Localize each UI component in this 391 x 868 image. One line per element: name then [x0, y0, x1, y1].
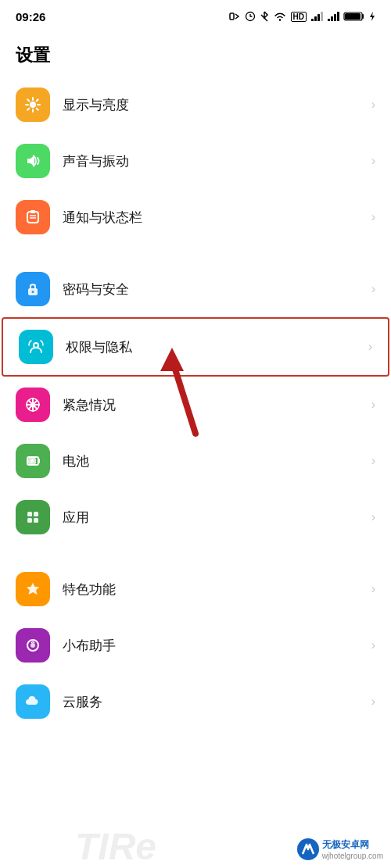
apps-icon — [16, 500, 50, 534]
svg-rect-6 — [328, 19, 330, 21]
svg-rect-5 — [321, 12, 323, 21]
svg-rect-3 — [314, 16, 317, 21]
settings-item-password[interactable]: 密码与安全 › — [0, 261, 391, 317]
tire-watermark: TIRe — [75, 825, 156, 868]
settings-item-emergency[interactable]: 紧急情况 › — [0, 377, 391, 433]
signal-icon-2 — [327, 11, 339, 22]
svg-marker-35 — [27, 583, 39, 595]
sound-label: 声音与振动 — [63, 152, 371, 170]
svg-rect-32 — [34, 512, 38, 516]
svg-line-20 — [27, 109, 29, 110]
page-title: 设置 — [0, 31, 391, 77]
group-gap-2 — [0, 545, 391, 561]
sound-icon — [16, 144, 50, 178]
battery-settings-icon — [16, 444, 50, 478]
watermark-url: wjhotelgroup.com — [322, 852, 383, 860]
svg-rect-0 — [230, 13, 234, 20]
settings-list: 显示与亮度 › 声音与振动 › 通知与状态栏 › 密码与安全 › — [0, 77, 391, 730]
clock-icon — [245, 11, 256, 22]
special-label: 特色功能 — [63, 580, 371, 598]
status-icons: HD — [228, 10, 375, 23]
settings-item-apps[interactable]: 应用 › — [0, 489, 391, 545]
emergency-chevron: › — [371, 398, 375, 412]
svg-rect-22 — [30, 210, 35, 213]
svg-line-17 — [27, 99, 29, 101]
battery-label: 电池 — [63, 452, 371, 470]
emergency-icon — [16, 388, 50, 422]
hd-badge: HD — [291, 12, 307, 22]
display-icon — [16, 88, 50, 122]
wifi-icon — [273, 11, 287, 22]
privacy-chevron: › — [368, 340, 372, 354]
display-label: 显示与亮度 — [63, 96, 371, 114]
svg-rect-11 — [345, 13, 361, 20]
notification-label: 通知与状态栏 — [63, 209, 371, 227]
apps-chevron: › — [371, 510, 375, 524]
notification-chevron: › — [371, 210, 375, 224]
assistant-chevron: › — [371, 638, 375, 652]
settings-item-notification[interactable]: 通知与状态栏 › — [0, 189, 391, 245]
sound-chevron: › — [371, 154, 375, 168]
battery-icon — [343, 11, 365, 22]
notification-icon — [16, 200, 50, 234]
password-icon — [16, 272, 50, 306]
watermark-site: 无极安卓网 — [322, 838, 383, 852]
svg-rect-8 — [334, 14, 336, 21]
display-chevron: › — [371, 98, 375, 112]
settings-group-3: 特色功能 › 小布助手 › 云服务 › — [0, 561, 391, 730]
svg-rect-21 — [27, 212, 38, 223]
watermark-logo-container: 无极安卓网 wjhotelgroup.com — [297, 838, 383, 860]
charging-icon — [369, 11, 375, 22]
svg-rect-4 — [317, 14, 320, 21]
settings-item-sound[interactable]: 声音与振动 › — [0, 133, 391, 189]
settings-item-assistant[interactable]: 小布助手 › — [0, 617, 391, 673]
svg-line-18 — [37, 109, 38, 110]
svg-point-12 — [30, 102, 36, 108]
password-chevron: › — [371, 282, 375, 296]
svg-rect-2 — [311, 19, 314, 21]
settings-item-cloud[interactable]: 云服务 › — [0, 673, 391, 730]
svg-line-19 — [37, 99, 38, 101]
cloud-chevron: › — [371, 695, 375, 709]
cloud-icon — [16, 684, 50, 719]
svg-rect-9 — [337, 12, 339, 21]
watermark-text: 无极安卓网 wjhotelgroup.com — [322, 838, 383, 860]
svg-point-26 — [32, 291, 34, 293]
settings-item-special[interactable]: 特色功能 › — [0, 561, 391, 617]
password-label: 密码与安全 — [63, 280, 371, 298]
group-gap-1 — [0, 245, 391, 261]
settings-item-privacy[interactable]: 权限与隐私 › — [2, 317, 389, 377]
settings-group-1: 显示与亮度 › 声音与振动 › 通知与状态栏 › — [0, 77, 391, 245]
emergency-label: 紧急情况 — [63, 396, 371, 414]
watermark-logo — [297, 838, 319, 860]
svg-rect-33 — [27, 518, 32, 523]
signal-icon-1 — [310, 11, 323, 22]
svg-rect-7 — [331, 16, 333, 21]
bluetooth-icon — [260, 10, 269, 23]
settings-group-2: 密码与安全 › 权限与隐私 › 紧急情况 › 电池 › — [0, 261, 391, 545]
settings-item-display[interactable]: 显示与亮度 › — [0, 77, 391, 133]
privacy-icon — [19, 330, 53, 364]
privacy-label: 权限与隐私 — [66, 338, 368, 356]
apps-label: 应用 — [63, 509, 371, 527]
battery-chevron: › — [371, 454, 375, 468]
special-icon — [16, 572, 50, 606]
assistant-label: 小布助手 — [63, 637, 371, 655]
special-chevron: › — [371, 582, 375, 596]
settings-item-battery[interactable]: 电池 › — [0, 433, 391, 489]
assistant-icon — [16, 628, 50, 663]
cloud-label: 云服务 — [63, 693, 371, 711]
svg-rect-34 — [34, 518, 38, 523]
svg-rect-31 — [27, 512, 32, 516]
nfc-icon — [228, 10, 241, 23]
status-bar: 09:26 HD — [0, 0, 391, 31]
watermark: 无极安卓网 wjhotelgroup.com — [297, 838, 383, 860]
svg-point-37 — [30, 643, 35, 648]
status-time: 09:26 — [16, 10, 45, 23]
